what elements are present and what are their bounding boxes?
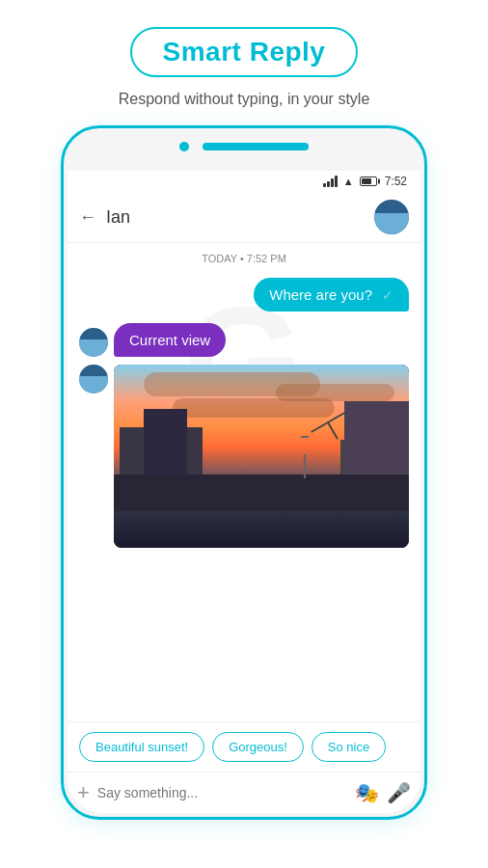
smart-reply-badge: Smart Reply bbox=[130, 27, 359, 77]
phone-side-button bbox=[424, 283, 427, 331]
received-message-text: Current view bbox=[79, 323, 409, 357]
read-receipt-icon: ✓ bbox=[382, 287, 393, 303]
sent-bubble: Where are you? ✓ bbox=[254, 278, 409, 312]
sender-avatar-small bbox=[79, 328, 108, 357]
chat-messages: G TODAY • 7:52 PM Where are you? ✓ Curre… bbox=[68, 243, 420, 721]
sender-avatar-image bbox=[79, 365, 108, 393]
sent-message: Where are you? ✓ bbox=[79, 278, 409, 312]
message-timestamp: TODAY • 7:52 PM bbox=[79, 253, 409, 264]
smart-reply-chips: Beautiful sunset! Gorgeous! So nice bbox=[68, 721, 420, 772]
sunset-image-container bbox=[114, 365, 409, 548]
header-section: Smart Reply Respond without typing, in y… bbox=[0, 0, 488, 125]
phone-screen: ▲ 7:52 ← Ian G TODAY • 7:52 PM Where are… bbox=[68, 171, 420, 813]
received-message-image bbox=[79, 365, 409, 548]
battery-icon bbox=[360, 176, 377, 186]
contact-avatar bbox=[374, 200, 409, 234]
phone-top bbox=[64, 142, 424, 151]
network-icon: ▲ bbox=[343, 176, 354, 187]
received-bubble: Current view bbox=[114, 323, 226, 357]
reply-chip-1[interactable]: Gorgeous! bbox=[212, 732, 304, 762]
status-bar: ▲ 7:52 bbox=[68, 171, 420, 192]
back-button[interactable]: ← bbox=[79, 207, 96, 228]
reply-chip-0[interactable]: Beautiful sunset! bbox=[79, 732, 204, 762]
contact-name: Ian bbox=[106, 207, 365, 228]
subtitle: Respond without typing, in your style bbox=[119, 91, 370, 108]
signal-icon bbox=[323, 176, 338, 187]
sent-text: Where are you? bbox=[269, 286, 372, 303]
input-bar: + 🎭 🎤 bbox=[68, 772, 420, 813]
emoji-button[interactable]: 🎭 bbox=[355, 781, 379, 804]
message-input[interactable] bbox=[97, 785, 347, 800]
mic-button[interactable]: 🎤 bbox=[387, 781, 411, 804]
reply-chip-2[interactable]: So nice bbox=[312, 732, 386, 762]
sunset-image bbox=[114, 365, 409, 548]
chat-header: ← Ian bbox=[68, 192, 420, 243]
received-text: Current view bbox=[129, 332, 210, 348]
phone-camera bbox=[179, 142, 189, 151]
smart-reply-title: Smart Reply bbox=[163, 37, 326, 67]
status-time: 7:52 bbox=[385, 175, 407, 188]
phone-frame: ▲ 7:52 ← Ian G TODAY • 7:52 PM Where are… bbox=[61, 125, 427, 820]
attach-button[interactable]: + bbox=[77, 780, 90, 805]
phone-speaker bbox=[203, 143, 309, 150]
